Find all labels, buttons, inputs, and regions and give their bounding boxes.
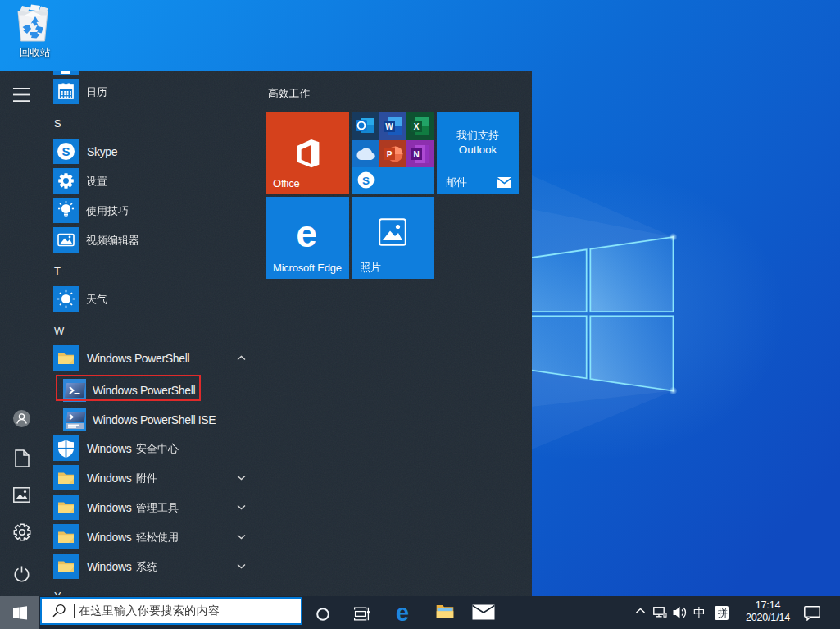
svg-text:e: e [396, 602, 409, 623]
svg-text:e: e [296, 213, 317, 254]
svg-text:X: X [414, 122, 420, 131]
svg-text:S: S [362, 175, 370, 187]
svg-text:P: P [386, 150, 392, 159]
svg-text:S: S [61, 144, 70, 158]
svg-text:W: W [385, 122, 393, 131]
svg-text:N: N [413, 150, 419, 159]
